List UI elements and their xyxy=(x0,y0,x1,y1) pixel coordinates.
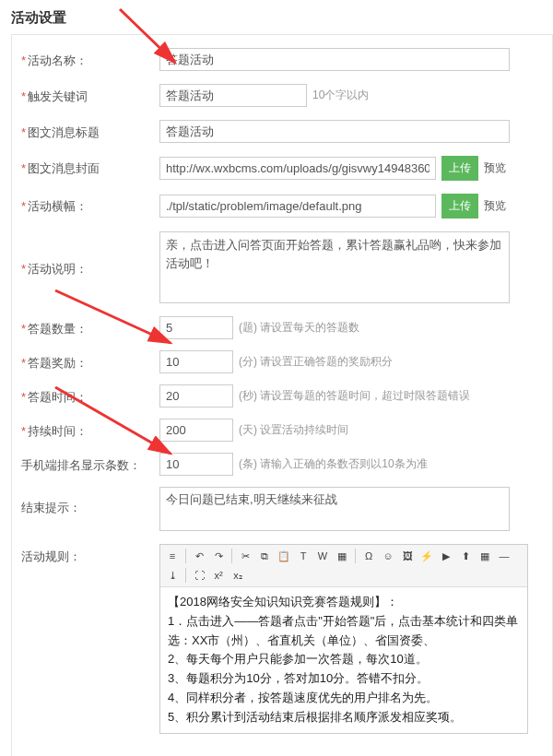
rank-count-hint: (条) 请输入正确的条数否则以10条为准 xyxy=(239,456,428,472)
label-count: *答题数量： xyxy=(21,316,159,337)
desc-textarea[interactable] xyxy=(159,231,510,303)
rules-line: 3、每题积分为10分，答对加10分。答错不扣分。 xyxy=(168,669,520,689)
tb-sup-icon[interactable]: x² xyxy=(210,567,227,584)
banner-upload-button[interactable]: 上传 xyxy=(441,194,478,219)
label-cover: *图文消息封面 xyxy=(21,156,159,177)
rules-heading: 【2018网络安全知识知识竞赛答题规则】： xyxy=(168,593,520,612)
msg-title-input[interactable] xyxy=(159,120,510,143)
row-end-tip: 结束提示： xyxy=(21,487,543,531)
tb-image-icon[interactable]: 🖼 xyxy=(399,548,416,564)
label-desc: *活动说明： xyxy=(21,231,159,278)
label-msg-title: *图文消息标题 xyxy=(21,120,159,141)
tb-plain-icon[interactable]: T xyxy=(295,548,312,564)
settings-form: *活动名称： *触发关键词 10个字以内 *图文消息标题 *图文消息封面 上传 … xyxy=(11,34,553,756)
banner-input[interactable] xyxy=(159,195,436,218)
rules-line: 2、每天每个用户只能参加一次答题，每次10道。 xyxy=(168,650,520,669)
label-banner: *活动横幅： xyxy=(21,194,159,215)
row-reward: *答题奖励： (分) 请设置正确答题的奖励积分 xyxy=(21,350,543,373)
editor-body[interactable]: 【2018网络安全知识知识竞赛答题规则】： 1．点击进入——答题者点击"开始答题… xyxy=(160,587,527,733)
cover-upload-button[interactable]: 上传 xyxy=(441,156,478,181)
time-input[interactable] xyxy=(159,384,233,408)
row-desc: *活动说明： xyxy=(21,231,543,303)
tb-fullscreen-icon[interactable]: ⛶ xyxy=(191,567,207,584)
label-time: *答题时间： xyxy=(21,384,159,406)
tb-selectall-icon[interactable]: ▦ xyxy=(334,548,350,564)
reward-input[interactable] xyxy=(159,350,233,373)
row-duration: *持续时间： (天) 设置活动持续时间 xyxy=(21,419,543,442)
duration-input[interactable] xyxy=(159,419,233,442)
reward-hint: (分) 请设置正确答题的奖励积分 xyxy=(239,354,393,370)
row-count: *答题数量： (题) 请设置每天的答题数 xyxy=(21,316,543,339)
cover-preview-link[interactable]: 预览 xyxy=(484,160,506,176)
label-duration: *持续时间： xyxy=(21,419,159,440)
row-trigger: *触发关键词 10个字以内 xyxy=(21,84,543,107)
tb-copy-icon[interactable]: ⧉ xyxy=(256,548,273,564)
tb-table-icon[interactable]: ▦ xyxy=(477,548,493,564)
rank-count-input[interactable] xyxy=(159,453,233,476)
row-cover: *图文消息封面 上传 预览 xyxy=(21,156,543,181)
row-rules: 活动规则： ≡ ↶ ↷ ✂ ⧉ 📋 T W ▦ Ω ☺ xyxy=(21,544,543,734)
tb-hr-icon[interactable]: — xyxy=(496,548,512,564)
rules-line: 4、同样积分者，按答题速度优先的用户排名为先。 xyxy=(168,689,520,708)
tb-file-icon[interactable]: ⬆ xyxy=(457,548,474,564)
tb-redo-icon[interactable]: ↷ xyxy=(210,548,227,564)
count-input[interactable] xyxy=(159,316,233,339)
rules-line: 1．点击进入——答题者点击"开始答题"后，点击基本统计和四类单选：XX市（州）、… xyxy=(168,612,520,651)
tb-undo-icon[interactable]: ↶ xyxy=(191,548,207,564)
tb-word-icon[interactable]: W xyxy=(314,548,331,564)
name-input[interactable] xyxy=(159,48,510,71)
tb-emoji-icon[interactable]: ☺ xyxy=(380,548,396,564)
label-name: *活动名称： xyxy=(21,48,159,69)
row-msg-title: *图文消息标题 xyxy=(21,120,543,143)
label-end-tip: 结束提示： xyxy=(21,487,159,516)
tb-char-icon[interactable]: Ω xyxy=(360,548,377,564)
tb-media-icon[interactable]: ▶ xyxy=(438,548,454,564)
rules-editor: ≡ ↶ ↷ ✂ ⧉ 📋 T W ▦ Ω ☺ 🖼 ⚡ ▶ xyxy=(159,544,528,734)
banner-preview-link[interactable]: 预览 xyxy=(484,198,506,214)
row-banner: *活动横幅： 上传 预览 xyxy=(21,194,543,219)
editor-toolbar: ≡ ↶ ↷ ✂ ⧉ 📋 T W ▦ Ω ☺ 🖼 ⚡ ▶ xyxy=(160,545,527,587)
rules-line: 5、积分累计到活动结束后根据排名顺序派发相应奖项。 xyxy=(168,708,520,727)
label-reward: *答题奖励： xyxy=(21,350,159,372)
tb-flash-icon[interactable]: ⚡ xyxy=(418,548,435,564)
label-rules: 活动规则： xyxy=(21,544,159,565)
row-name: *活动名称： xyxy=(21,48,543,71)
tb-paste-icon[interactable]: 📋 xyxy=(276,548,292,564)
tb-cut-icon[interactable]: ✂ xyxy=(237,548,253,564)
count-hint: (题) 请设置每天的答题数 xyxy=(239,320,359,336)
duration-hint: (天) 设置活动持续时间 xyxy=(239,422,348,438)
tb-sub-icon[interactable]: x₂ xyxy=(229,567,246,584)
time-hint: (秒) 请设置每题的答题时间，超过时限答题错误 xyxy=(239,388,470,404)
end-tip-textarea[interactable] xyxy=(159,487,510,531)
tb-page-icon[interactable]: ⤓ xyxy=(164,567,181,584)
trigger-input[interactable] xyxy=(159,84,307,107)
row-rank-count: 手机端排名显示条数： (条) 请输入正确的条数否则以10条为准 xyxy=(21,453,543,476)
label-rank-count: 手机端排名显示条数： xyxy=(21,453,159,474)
page-title: 活动设置 xyxy=(0,0,553,34)
row-time: *答题时间： (秒) 请设置每题的答题时间，超过时限答题错误 xyxy=(21,384,543,408)
tb-source-icon[interactable]: ≡ xyxy=(164,548,181,564)
cover-input[interactable] xyxy=(159,157,436,180)
label-trigger: *触发关键词 xyxy=(21,84,159,105)
trigger-hint: 10个字以内 xyxy=(312,88,369,103)
